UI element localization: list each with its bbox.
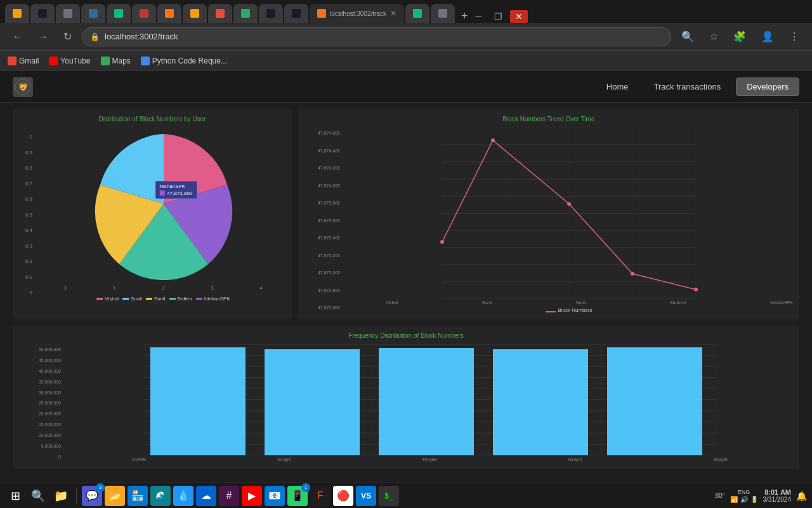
legend-nishan-label: NishanSPK xyxy=(204,296,230,302)
explorer-app[interactable]: 📂 xyxy=(105,486,125,506)
taskbar-clock: 8:01 AM 3/31/2024 xyxy=(763,488,792,503)
start-button[interactable]: ⊞ xyxy=(5,486,25,506)
legend-nishan-color xyxy=(196,298,202,300)
tab-favicon-4 xyxy=(89,9,98,18)
youtube-icon xyxy=(49,57,58,65)
tab-2[interactable] xyxy=(30,4,55,23)
tab-3[interactable] xyxy=(56,4,80,23)
app-container: 🦁 Home Track transactions Developers Dis… xyxy=(0,71,812,483)
legend-sunil2: Sunil xyxy=(146,296,166,302)
legend-sunil2-color xyxy=(146,298,152,300)
python-icon xyxy=(141,57,150,65)
svg-rect-39 xyxy=(265,349,360,455)
figma-app[interactable]: F xyxy=(310,486,331,506)
tab-active[interactable]: localhost:3002/track ✕ xyxy=(310,4,404,23)
teams-app[interactable]: 💬 3 xyxy=(82,486,102,506)
notification-button[interactable]: 🔔 xyxy=(796,491,807,501)
store-app[interactable]: 🏪 xyxy=(128,486,148,506)
svg-point-17 xyxy=(440,240,444,244)
onedrive-app[interactable]: ☁ xyxy=(196,486,216,506)
tab-14[interactable] xyxy=(405,4,429,23)
line-x-labels: Vishal Sunil Sunil Santosh NishanSPK xyxy=(345,300,793,305)
gmail-icon xyxy=(8,57,16,65)
charts-top-row: Distribution of Block Numbers by User 1 … xyxy=(13,109,799,319)
forward-button[interactable]: → xyxy=(33,29,53,45)
terminal-app[interactable]: $_ xyxy=(379,486,399,506)
whatsapp-badge: 1 xyxy=(301,483,310,492)
legend-vishal: Vishal xyxy=(96,296,119,302)
tab-8[interactable] xyxy=(183,4,207,23)
dropbox-app[interactable]: 💧 xyxy=(173,486,193,506)
outlook-app[interactable]: 📧 xyxy=(265,486,285,506)
whatsapp-app[interactable]: 📱 1 xyxy=(287,486,308,506)
bookmark-button[interactable]: ☆ xyxy=(704,28,723,45)
legend-sunil2-label: Sunil xyxy=(154,296,166,302)
tab-7[interactable] xyxy=(157,4,181,23)
bookmark-gmail[interactable]: Gmail xyxy=(8,57,39,65)
chrome-app[interactable]: 🔴 xyxy=(333,486,353,506)
lang-indicator: ENG xyxy=(738,489,750,495)
bookmark-youtube[interactable]: YouTube xyxy=(49,57,90,65)
tab-15[interactable] xyxy=(431,4,455,23)
search-taskbar-button[interactable]: 🔍 xyxy=(28,486,48,506)
bar-chart-panel: Frequency Distribution of Block Numbers … xyxy=(13,326,799,469)
legend-batten-color xyxy=(169,298,176,300)
bar-svg xyxy=(66,344,793,455)
nav-home[interactable]: Home xyxy=(596,78,639,95)
tab-9[interactable] xyxy=(208,4,232,23)
app-logo: 🦁 xyxy=(13,77,33,97)
bookmarks-bar: Gmail YouTube Maps Python Code Reque... xyxy=(0,51,812,71)
maximize-button[interactable]: ❐ xyxy=(489,10,508,23)
legend-sunil1-label: Sunil xyxy=(131,296,142,302)
tab-favicon-9 xyxy=(216,9,225,18)
tab-4[interactable] xyxy=(81,4,105,23)
edge-app[interactable]: 🌊 xyxy=(150,486,171,506)
menu-button[interactable]: ⋮ xyxy=(784,28,804,45)
back-button[interactable]: ← xyxy=(8,29,28,45)
files-button[interactable]: 📁 xyxy=(51,486,71,506)
bookmark-maps[interactable]: Maps xyxy=(101,57,131,65)
vscode-app[interactable]: VS xyxy=(356,486,376,506)
tab-6[interactable] xyxy=(132,4,156,23)
pie-svg-wrapper: NishanSPK 47,872,800 xyxy=(88,128,240,283)
svg-rect-38 xyxy=(150,347,246,455)
bookmark-python-label: Python Code Reque... xyxy=(152,57,227,65)
pie-chart-content: NishanSPK 47,872,800 0 1 2 3 xyxy=(41,128,285,302)
svg-point-20 xyxy=(631,272,634,276)
tab-favicon-15 xyxy=(438,9,447,18)
reload-button[interactable]: ↻ xyxy=(58,28,77,45)
line-chart-panel: Block Numbers Trend Over Time 47,874,800… xyxy=(298,109,799,319)
address-bar[interactable]: 🔒 localhost:3002/track xyxy=(82,27,671,46)
navigation-bar: ← → ↻ 🔒 localhost:3002/track 🔍 ☆ 🧩 👤 ⋮ xyxy=(0,23,812,51)
tab-12[interactable] xyxy=(284,4,308,23)
youtube-app[interactable]: ▶ xyxy=(242,486,262,506)
tab-favicon-14 xyxy=(413,9,422,18)
new-tab-button[interactable]: + xyxy=(461,10,468,23)
extensions-button[interactable]: 🧩 xyxy=(728,28,751,45)
search-button[interactable]: 🔍 xyxy=(676,28,699,45)
nav-developers[interactable]: Developers xyxy=(736,77,799,96)
tab-11[interactable] xyxy=(259,4,283,23)
tab-active-label: localhost:3002/track xyxy=(330,10,386,17)
line-y-axis: 47,874,800 47,874,400 47,874,200 47,874,… xyxy=(304,128,343,313)
tab-bar: localhost:3002/track ✕ + ─ ❐ ✕ xyxy=(0,0,812,23)
svg-rect-40 xyxy=(379,348,474,455)
tab-1[interactable] xyxy=(5,4,29,23)
line-legend: Block Numbers xyxy=(345,307,793,313)
tab-favicon-2 xyxy=(38,9,47,18)
tab-5[interactable] xyxy=(107,4,131,23)
tab-close-button[interactable]: ✕ xyxy=(390,9,396,18)
minimize-button[interactable]: ─ xyxy=(470,10,487,23)
tab-favicon-11 xyxy=(266,9,275,18)
profile-button[interactable]: 👤 xyxy=(756,28,779,45)
tab-favicon-12 xyxy=(292,9,301,18)
legend-batten: Batten xyxy=(169,296,192,302)
legend-vishal-label: Vishal xyxy=(105,296,119,302)
slack-app[interactable]: # xyxy=(219,486,239,506)
tab-10[interactable] xyxy=(233,4,258,23)
bookmark-python[interactable]: Python Code Reque... xyxy=(141,57,227,65)
lock-icon: 🔒 xyxy=(90,32,100,41)
close-button[interactable]: ✕ xyxy=(510,10,528,23)
svg-text:🦁: 🦁 xyxy=(18,82,29,93)
nav-track[interactable]: Track transactions xyxy=(644,78,731,95)
